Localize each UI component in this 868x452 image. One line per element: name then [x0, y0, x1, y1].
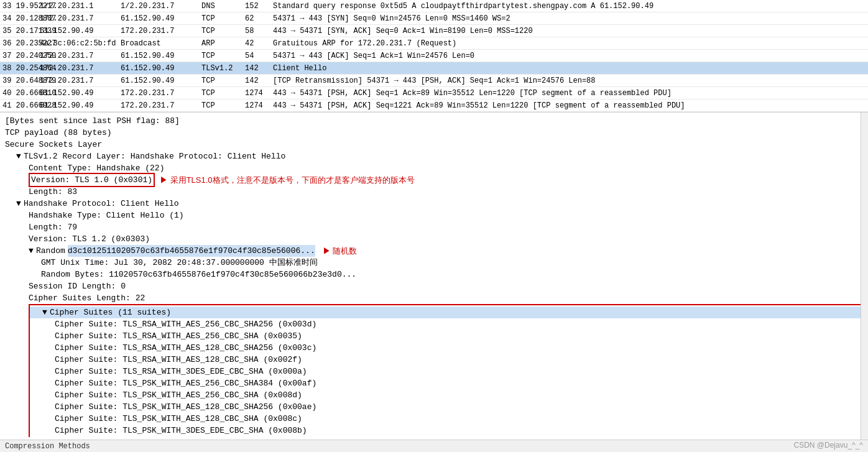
version-tls10-line: Version: TLS 1.0 (0x0301) ▶ 采用TLS1.0格式，注…	[4, 174, 864, 186]
cipher-suite-4-text: Cipher Suite: TLS_RSA_WITH_3DES_EDE_CBC_…	[55, 366, 307, 377]
packet-row-36[interactable]: 36 20.235227 4a:3c:06:c2:5b:fd Broadcast…	[0, 37, 868, 50]
random-bytes-line: Random Bytes: 11020570c63fb4655876e1f970…	[4, 269, 864, 280]
length-83-line: Length: 83	[4, 186, 864, 198]
scrollbar[interactable]	[861, 113, 868, 440]
cipher-suite-0-text: Cipher Suite: TLS_RSA_WITH_AES_256_CBC_S…	[55, 318, 316, 330]
ssl-layer-text: Secure Sockets Layer	[5, 139, 102, 150]
length-83-text: Length: 83	[29, 186, 77, 198]
cipher-suite-6-text: Cipher Suite: TLS_PSK_WITH_AES_256_CBC_S…	[55, 389, 302, 401]
packet-row-37[interactable]: 37 20.240250 172.20.231.7 61.152.90.49 T…	[0, 50, 868, 62]
handshake-line[interactable]: ▼ Handshake Protocol: Client Hello	[4, 198, 864, 210]
random-label-text: Random	[36, 245, 65, 257]
cipher-suites-section: ▼ Cipher Suites (11 suites) Cipher Suite…	[29, 304, 864, 437]
gmt-unix-text: GMT Unix Time: Jul 30, 2082 20:48:37.000…	[41, 257, 318, 269]
cipher-suite-4: Cipher Suite: TLS_RSA_WITH_3DES_EDE_CBC_…	[30, 366, 863, 377]
tlsv12-record-text: TLSv1.2 Record Layer: Handshake Protocol…	[24, 150, 285, 162]
detail-panel: [Bytes sent since last PSH flag: 88] TCP…	[0, 113, 868, 440]
cipher-suite-7-text: Cipher Suite: TLS_PSK_WITH_AES_128_CBC_S…	[55, 401, 316, 413]
cipher-suites-header-line[interactable]: ▼ Cipher Suites (11 suites)	[30, 307, 863, 318]
cipher-suite-1: Cipher Suite: TLS_RSA_WITH_AES_256_CBC_S…	[30, 330, 863, 342]
ssl-layer-line: Secure Sockets Layer	[4, 139, 864, 150]
packet-row-34[interactable]: 34 20.128887 172.20.231.7 61.152.90.49 T…	[0, 12, 868, 25]
bytes-sent-line: [Bytes sent since last PSH flag: 88]	[4, 115, 864, 127]
tlsv12-record-line[interactable]: ▼ TLSv1.2 Record Layer: Handshake Protoc…	[4, 150, 864, 162]
bytes-sent-text: [Bytes sent since last PSH flag: 88]	[5, 115, 180, 127]
cipher-suite-5-text: Cipher Suite: TLS_PSK_WITH_AES_256_CBC_S…	[55, 377, 316, 389]
cipher-suites-len-line: Cipher Suites Length: 22	[4, 292, 864, 304]
expand-icon-tlsv12[interactable]: ▼	[16, 150, 24, 162]
cipher-suite-0: Cipher Suite: TLS_RSA_WITH_AES_256_CBC_S…	[30, 318, 863, 330]
tcp-payload-text: TCP payload (88 bytes)	[5, 127, 112, 139]
cipher-suite-3-text: Cipher Suite: TLS_RSA_WITH_AES_128_CBC_S…	[55, 354, 302, 366]
expand-icon-handshake[interactable]: ▼	[16, 198, 24, 210]
random-line[interactable]: ▼ Random d3c1012511020570c63fb4655876e1f…	[4, 245, 864, 257]
packet-row-33[interactable]: 33 19.952217 1/2.20.231.1 1/2.20.231.7 D…	[0, 0, 868, 12]
cipher-suites-len-text: Cipher Suites Length: 22	[29, 292, 145, 304]
random-annotation: ▶ 随机数	[323, 245, 358, 257]
cipher-suite-5: Cipher Suite: TLS_PSK_WITH_AES_256_CBC_S…	[30, 377, 863, 389]
cipher-suite-1-text: Cipher Suite: TLS_RSA_WITH_AES_256_CBC_S…	[55, 330, 302, 342]
cipher-suites-box: ▼ Cipher Suites (11 suites) Cipher Suite…	[29, 304, 864, 437]
main-container: 33 19.952217 1/2.20.231.1 1/2.20.231.7 D…	[0, 0, 868, 452]
version-tls12-line: Version: TLS 1.2 (0x0303)	[4, 233, 864, 245]
handshake-type-line: Handshake Type: Client Hello (1)	[4, 210, 864, 221]
cipher-suite-10: Cipher Suite: TLS EMPTY RENEGOTIATION IN…	[30, 436, 863, 437]
cipher-suite-9: Cipher Suite: TLS_PSK_WITH_3DES_EDE_CBC_…	[30, 425, 863, 436]
session-id-line: Session ID Length: 0	[4, 280, 864, 292]
cipher-suite-6: Cipher Suite: TLS_PSK_WITH_AES_256_CBC_S…	[30, 389, 863, 401]
version-tls10-box: Version: TLS 1.0 (0x0301)	[29, 173, 155, 187]
tls-format-annotation: ▶ 采用TLS1.0格式，注意不是版本号，下面的才是客户端支持的版本号	[160, 174, 415, 186]
cipher-suite-2: Cipher Suite: TLS_RSA_WITH_AES_128_CBC_S…	[30, 342, 863, 354]
packet-row-41[interactable]: 41 20.666928 61.152.90.49 172.20.231.7 T…	[0, 99, 868, 112]
length-79-text: Length: 79	[29, 221, 77, 233]
cipher-suites-header-text: Cipher Suites (11 suites)	[50, 307, 171, 318]
packet-row-35[interactable]: 35 20.171339 61.152.90.49 172.20.231.7 T…	[0, 25, 868, 37]
bottom-bar: Compression Methods	[0, 440, 868, 452]
cipher-suite-2-text: Cipher Suite: TLS_RSA_WITH_AES_128_CBC_S…	[55, 342, 316, 354]
cipher-suite-8: Cipher Suite: TLS_PSK_WITH_AES_128_CBC_S…	[30, 413, 863, 425]
session-id-text: Session ID Length: 0	[29, 280, 126, 292]
cipher-suite-9-text: Cipher Suite: TLS_PSK_WITH_3DES_EDE_CBC_…	[55, 425, 307, 436]
cipher-suite-8-text: Cipher Suite: TLS_PSK_WITH_AES_128_CBC_S…	[55, 413, 302, 425]
cipher-suite-7: Cipher Suite: TLS_PSK_WITH_AES_128_CBC_S…	[30, 401, 863, 413]
version-tls10-text: Version: TLS 1.0 (0x0301)	[31, 175, 152, 185]
random-value-text: d3c1012511020570c63fb4655876e1f970c4f30c…	[68, 245, 315, 257]
handshake-text: Handshake Protocol: Client Hello	[24, 198, 179, 210]
packet-table: 33 19.952217 1/2.20.231.1 1/2.20.231.7 D…	[0, 0, 868, 113]
random-bytes-text: Random Bytes: 11020570c63fb4655876e1f970…	[41, 269, 356, 280]
detail-content: [Bytes sent since last PSH flag: 88] TCP…	[4, 115, 864, 437]
gmt-unix-line: GMT Unix Time: Jul 30, 2082 20:48:37.000…	[4, 257, 864, 269]
length-79-line: Length: 79	[4, 221, 864, 233]
tcp-payload-line: TCP payload (88 bytes)	[4, 127, 864, 139]
cipher-suite-10-text: Cipher Suite: TLS EMPTY RENEGOTIATION IN…	[55, 436, 326, 437]
handshake-type-text: Handshake Type: Client Hello (1)	[29, 210, 184, 221]
cipher-suite-3: Cipher Suite: TLS_RSA_WITH_AES_128_CBC_S…	[30, 354, 863, 366]
bottom-compression-text: Compression Methods	[5, 442, 90, 451]
packet-row-38[interactable]: 38 20.254864 172.20.231.7 61.152.90.49 T…	[0, 62, 868, 75]
version-tls12-text: Version: TLS 1.2 (0x0303)	[29, 233, 150, 245]
expand-icon-cipher[interactable]: ▼	[42, 307, 50, 318]
csdn-watermark: CSDN @Dejavu_^_^	[794, 441, 863, 450]
expand-icon-random[interactable]: ▼	[29, 245, 36, 257]
packet-row-40[interactable]: 40 20.666810 61.152.90.49 172.20.231.7 T…	[0, 87, 868, 99]
packet-row-39[interactable]: 39 20.648879 172.20.231.7 61.152.90.49 T…	[0, 75, 868, 87]
